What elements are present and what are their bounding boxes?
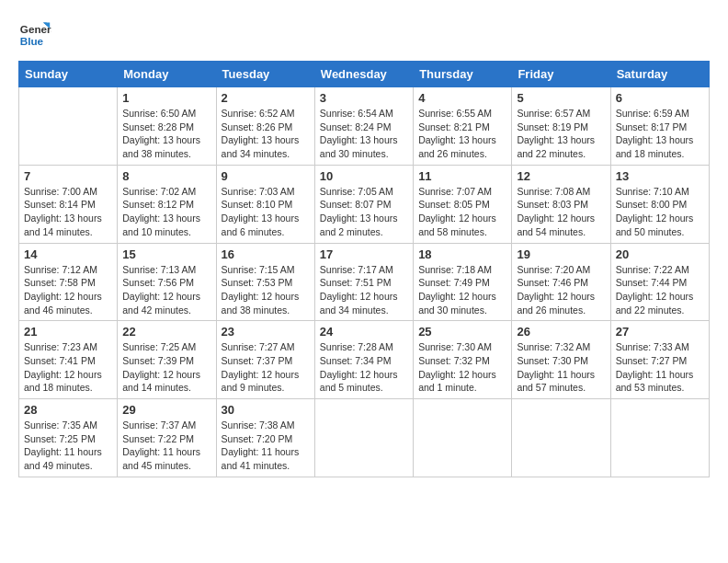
date-number: 19: [517, 247, 605, 261]
calendar-cell: 23Sunrise: 7:27 AM Sunset: 7:37 PM Dayli…: [216, 321, 314, 399]
cell-content: Sunrise: 7:28 AM Sunset: 7:34 PM Dayligh…: [320, 340, 408, 395]
cell-content: Sunrise: 7:12 AM Sunset: 7:58 PM Dayligh…: [24, 263, 112, 317]
cell-content: Sunrise: 7:30 AM Sunset: 7:32 PM Dayligh…: [418, 340, 506, 395]
cell-content: Sunrise: 7:37 AM Sunset: 7:22 PM Dayligh…: [122, 419, 210, 473]
date-number: 26: [517, 325, 605, 339]
calendar-cell: 6Sunrise: 6:59 AM Sunset: 8:17 PM Daylig…: [610, 87, 709, 166]
calendar-cell: 27Sunrise: 7:33 AM Sunset: 7:27 PM Dayli…: [610, 321, 709, 399]
calendar-cell: 10Sunrise: 7:05 AM Sunset: 8:07 PM Dayli…: [314, 165, 413, 243]
cell-content: Sunrise: 6:57 AM Sunset: 8:19 PM Dayligh…: [517, 107, 605, 161]
calendar-cell: 26Sunrise: 7:32 AM Sunset: 7:30 PM Dayli…: [512, 321, 610, 399]
date-number: 15: [122, 247, 210, 261]
date-number: 25: [418, 325, 506, 339]
date-number: 30: [222, 403, 310, 417]
calendar-week-1: 1Sunrise: 6:50 AM Sunset: 8:28 PM Daylig…: [19, 87, 710, 166]
calendar-cell: [512, 399, 610, 477]
calendar-cell: 1Sunrise: 6:50 AM Sunset: 8:28 PM Daylig…: [118, 87, 216, 166]
calendar-cell: 28Sunrise: 7:35 AM Sunset: 7:25 PM Dayli…: [19, 399, 118, 477]
day-header-saturday: Saturday: [610, 62, 709, 87]
calendar-cell: 8Sunrise: 7:02 AM Sunset: 8:12 PM Daylig…: [118, 165, 216, 243]
day-header-friday: Friday: [512, 62, 610, 87]
date-number: 9: [222, 169, 310, 183]
cell-content: Sunrise: 7:38 AM Sunset: 7:20 PM Dayligh…: [222, 419, 310, 473]
logo-icon: General Blue: [18, 18, 51, 52]
date-number: 18: [418, 247, 506, 261]
cell-content: Sunrise: 7:35 AM Sunset: 7:25 PM Dayligh…: [24, 419, 112, 473]
cell-content: Sunrise: 7:05 AM Sunset: 8:07 PM Dayligh…: [320, 185, 408, 239]
date-number: 17: [320, 247, 408, 261]
calendar-cell: 4Sunrise: 6:55 AM Sunset: 8:21 PM Daylig…: [414, 87, 512, 166]
cell-content: Sunrise: 7:17 AM Sunset: 7:51 PM Dayligh…: [320, 263, 408, 317]
calendar-week-5: 28Sunrise: 7:35 AM Sunset: 7:25 PM Dayli…: [19, 399, 710, 477]
cell-content: Sunrise: 7:27 AM Sunset: 7:37 PM Dayligh…: [222, 340, 310, 395]
calendar-table: SundayMondayTuesdayWednesdayThursdayFrid…: [18, 61, 710, 477]
date-number: 7: [24, 169, 112, 183]
cell-content: Sunrise: 7:18 AM Sunset: 7:49 PM Dayligh…: [418, 263, 506, 317]
calendar-cell: 7Sunrise: 7:00 AM Sunset: 8:14 PM Daylig…: [19, 165, 118, 243]
calendar-cell: 21Sunrise: 7:23 AM Sunset: 7:41 PM Dayli…: [19, 321, 118, 399]
date-number: 14: [24, 247, 112, 261]
cell-content: Sunrise: 7:10 AM Sunset: 8:00 PM Dayligh…: [616, 185, 704, 239]
cell-content: Sunrise: 6:52 AM Sunset: 8:26 PM Dayligh…: [222, 107, 310, 161]
date-number: 16: [222, 247, 310, 261]
date-number: 23: [222, 325, 310, 339]
cell-content: Sunrise: 7:33 AM Sunset: 7:27 PM Dayligh…: [616, 340, 704, 395]
calendar-cell: 14Sunrise: 7:12 AM Sunset: 7:58 PM Dayli…: [19, 243, 118, 321]
calendar-cell: 20Sunrise: 7:22 AM Sunset: 7:44 PM Dayli…: [610, 243, 709, 321]
date-number: 29: [122, 403, 210, 417]
day-header-sunday: Sunday: [19, 62, 118, 87]
cell-content: Sunrise: 6:50 AM Sunset: 8:28 PM Dayligh…: [122, 107, 210, 161]
date-number: 20: [616, 247, 704, 261]
day-header-tuesday: Tuesday: [216, 62, 314, 87]
date-number: 13: [616, 169, 704, 183]
calendar-cell: [314, 399, 413, 477]
day-header-thursday: Thursday: [414, 62, 512, 87]
svg-text:Blue: Blue: [20, 35, 44, 47]
page-header: General Blue: [18, 18, 710, 52]
date-number: 28: [24, 403, 112, 417]
calendar-cell: 18Sunrise: 7:18 AM Sunset: 7:49 PM Dayli…: [414, 243, 512, 321]
date-number: 1: [122, 91, 210, 105]
cell-content: Sunrise: 7:02 AM Sunset: 8:12 PM Dayligh…: [122, 185, 210, 239]
calendar-cell: 11Sunrise: 7:07 AM Sunset: 8:05 PM Dayli…: [414, 165, 512, 243]
date-number: 3: [320, 91, 408, 105]
calendar-week-4: 21Sunrise: 7:23 AM Sunset: 7:41 PM Dayli…: [19, 321, 710, 399]
calendar-cell: 5Sunrise: 6:57 AM Sunset: 8:19 PM Daylig…: [512, 87, 610, 166]
day-header-wednesday: Wednesday: [314, 62, 413, 87]
calendar-cell: [19, 87, 118, 166]
calendar-cell: 13Sunrise: 7:10 AM Sunset: 8:00 PM Dayli…: [610, 165, 709, 243]
day-header-monday: Monday: [118, 62, 216, 87]
calendar-cell: [610, 399, 709, 477]
calendar-week-2: 7Sunrise: 7:00 AM Sunset: 8:14 PM Daylig…: [19, 165, 710, 243]
date-number: 8: [122, 169, 210, 183]
calendar-cell: 15Sunrise: 7:13 AM Sunset: 7:56 PM Dayli…: [118, 243, 216, 321]
calendar-cell: 3Sunrise: 6:54 AM Sunset: 8:24 PM Daylig…: [314, 87, 413, 166]
cell-content: Sunrise: 7:22 AM Sunset: 7:44 PM Dayligh…: [616, 263, 704, 317]
date-number: 22: [122, 325, 210, 339]
date-number: 27: [616, 325, 704, 339]
calendar-cell: 19Sunrise: 7:20 AM Sunset: 7:46 PM Dayli…: [512, 243, 610, 321]
calendar-cell: 29Sunrise: 7:37 AM Sunset: 7:22 PM Dayli…: [118, 399, 216, 477]
calendar-cell: 9Sunrise: 7:03 AM Sunset: 8:10 PM Daylig…: [216, 165, 314, 243]
calendar-cell: 16Sunrise: 7:15 AM Sunset: 7:53 PM Dayli…: [216, 243, 314, 321]
calendar-cell: 25Sunrise: 7:30 AM Sunset: 7:32 PM Dayli…: [414, 321, 512, 399]
cell-content: Sunrise: 6:55 AM Sunset: 8:21 PM Dayligh…: [418, 107, 506, 161]
cell-content: Sunrise: 7:25 AM Sunset: 7:39 PM Dayligh…: [122, 340, 210, 395]
calendar-header-row: SundayMondayTuesdayWednesdayThursdayFrid…: [19, 62, 710, 87]
cell-content: Sunrise: 7:08 AM Sunset: 8:03 PM Dayligh…: [517, 185, 605, 239]
date-number: 21: [24, 325, 112, 339]
date-number: 24: [320, 325, 408, 339]
date-number: 4: [418, 91, 506, 105]
date-number: 6: [616, 91, 704, 105]
calendar-cell: 12Sunrise: 7:08 AM Sunset: 8:03 PM Dayli…: [512, 165, 610, 243]
calendar-cell: 24Sunrise: 7:28 AM Sunset: 7:34 PM Dayli…: [314, 321, 413, 399]
calendar-cell: 30Sunrise: 7:38 AM Sunset: 7:20 PM Dayli…: [216, 399, 314, 477]
cell-content: Sunrise: 6:59 AM Sunset: 8:17 PM Dayligh…: [616, 107, 704, 161]
cell-content: Sunrise: 6:54 AM Sunset: 8:24 PM Dayligh…: [320, 107, 408, 161]
calendar-body: 1Sunrise: 6:50 AM Sunset: 8:28 PM Daylig…: [19, 87, 710, 477]
cell-content: Sunrise: 7:23 AM Sunset: 7:41 PM Dayligh…: [24, 340, 112, 395]
date-number: 2: [222, 91, 310, 105]
date-number: 10: [320, 169, 408, 183]
logo: General Blue: [18, 18, 51, 52]
date-number: 12: [517, 169, 605, 183]
